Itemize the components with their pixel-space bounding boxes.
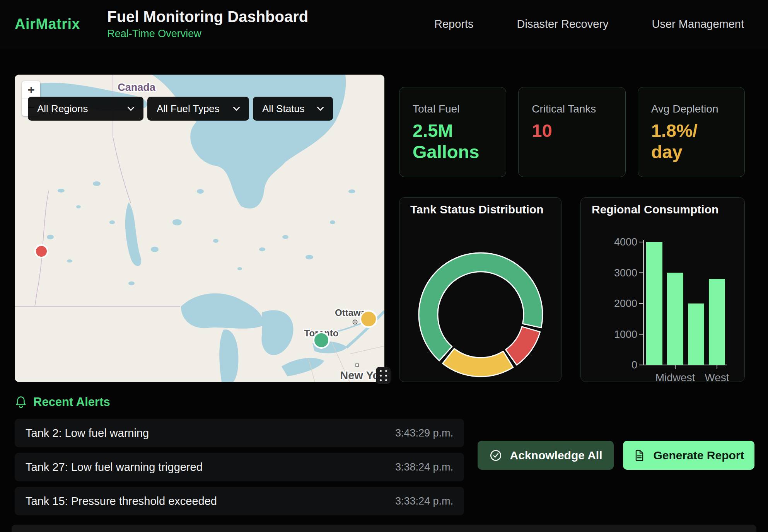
all-fuel-types-select[interactable]: All Fuel Types — [147, 97, 249, 121]
tank-marker-normal[interactable] — [314, 332, 329, 348]
title-block: Fuel Monitoring Dashboard Real-Time Over… — [107, 8, 308, 40]
stat-cards: Total Fuel2.5MGallonsCritical Tanks10Avg… — [399, 87, 745, 177]
header: AirMatrix Fuel Monitoring Dashboard Real… — [0, 0, 768, 48]
y-tick-label: 1000 — [614, 329, 637, 340]
all-status-select[interactable]: All Status — [253, 97, 333, 121]
map-svg: Canada Ottawa Toronto New York — [15, 75, 384, 382]
stat-card-total-fuel: Total Fuel2.5MGallons — [399, 87, 506, 177]
alert-message: Tank 15: Pressure threshold exceeded — [26, 495, 217, 508]
alert-row: Tank 15: Pressure threshold exceeded3:33… — [15, 487, 464, 515]
bar-region-3 — [688, 304, 704, 365]
tank-status-donut-chart — [399, 198, 562, 382]
page-subtitle: Real-Time Overview — [107, 28, 308, 40]
alert-list: Tank 2: Low fuel warning3:43:29 p.m.Tank… — [15, 419, 464, 521]
generate-report-button[interactable]: Generate Report — [623, 441, 754, 470]
acknowledge-all-button[interactable]: Acknowledge All — [478, 441, 614, 470]
tank-status-card: Tank Status Distribution — [399, 197, 561, 382]
bar-midwest — [667, 273, 683, 365]
file-text-icon — [633, 449, 645, 462]
bar-west — [709, 279, 725, 365]
nav-item-user-management[interactable]: User Management — [652, 18, 744, 31]
country-label: Canada — [118, 82, 156, 93]
alert-message: Tank 27: Low fuel warning triggered — [26, 461, 203, 474]
fuel-monitoring-dashboard: AirMatrix Fuel Monitoring Dashboard Real… — [0, 0, 768, 532]
action-buttons: Acknowledge AllGenerate Report — [478, 441, 754, 470]
page-title: Fuel Monitoring Dashboard — [107, 8, 308, 26]
stat-value: 1.8%/day — [651, 120, 731, 163]
y-tick-label: 0 — [631, 359, 637, 371]
alert-row: Tank 2: Low fuel warning3:43:29 p.m. — [15, 419, 464, 447]
donut-segment-critical — [506, 327, 540, 365]
map-canvas[interactable]: Canada Ottawa Toronto New York — [15, 75, 384, 382]
regional-consumption-bar-chart: 01000200030004000MidwestWest — [581, 198, 745, 382]
brand-logo[interactable]: AirMatrix — [15, 16, 80, 32]
stat-value: 10 — [532, 120, 612, 141]
all-regions-select[interactable]: All Regions — [28, 97, 143, 121]
stat-card-avg-depletion: Avg Depletion1.8%/day — [638, 87, 745, 177]
x-tick-label: Midwest — [655, 372, 695, 382]
alert-timestamp: 3:38:24 p.m. — [395, 461, 453, 473]
alert-timestamp: 3:33:24 p.m. — [395, 495, 453, 507]
stat-card-critical-tanks: Critical Tanks10 — [518, 87, 625, 177]
chevron-down-icon — [317, 107, 324, 111]
y-tick-label: 4000 — [614, 236, 637, 248]
button-label: Acknowledge All — [510, 449, 602, 462]
nav-item-disaster-recovery[interactable]: Disaster Recovery — [517, 18, 609, 31]
regional-consumption-card: Regional Consumption 01000200030004000Mi… — [580, 197, 745, 382]
alert-row: Tank 27: Low fuel warning triggered3:38:… — [15, 453, 464, 481]
check-circle-icon — [489, 449, 502, 462]
recent-alerts-title: Recent Alerts — [33, 395, 110, 409]
stat-label: Avg Depletion — [651, 103, 731, 115]
chevron-down-icon — [128, 107, 134, 111]
stat-value: 2.5MGallons — [413, 120, 493, 163]
donut-segment-warning — [442, 348, 513, 377]
bell-icon — [15, 396, 27, 409]
map-filter-bar: All RegionsAll Fuel TypesAll Status — [28, 97, 333, 121]
bar-region-1 — [646, 242, 662, 365]
zoom-in-button[interactable]: + — [22, 81, 40, 99]
recent-alerts-header: Recent Alerts — [15, 395, 110, 409]
alert-row-partial — [12, 525, 756, 532]
stat-label: Total Fuel — [413, 103, 493, 115]
button-label: Generate Report — [653, 449, 744, 462]
y-tick-label: 3000 — [614, 267, 637, 279]
map-resize-handle[interactable] — [376, 367, 391, 384]
alert-timestamp: 3:43:29 p.m. — [395, 427, 453, 439]
x-tick-label: West — [705, 372, 729, 382]
select-value: All Regions — [37, 103, 88, 115]
select-value: All Status — [262, 103, 305, 115]
nav-item-reports[interactable]: Reports — [434, 18, 474, 31]
alert-message: Tank 2: Low fuel warning — [26, 427, 149, 440]
main-nav: ReportsDisaster RecoveryUser Management — [434, 18, 744, 31]
select-value: All Fuel Types — [157, 103, 220, 115]
y-tick-label: 2000 — [614, 298, 637, 309]
chevron-down-icon — [233, 107, 240, 111]
tank-marker-warning[interactable] — [360, 311, 377, 327]
stat-label: Critical Tanks — [532, 103, 612, 115]
tank-marker-critical[interactable] — [35, 245, 48, 257]
fuel-map-panel: Canada Ottawa Toronto New York + − All R… — [15, 75, 384, 382]
